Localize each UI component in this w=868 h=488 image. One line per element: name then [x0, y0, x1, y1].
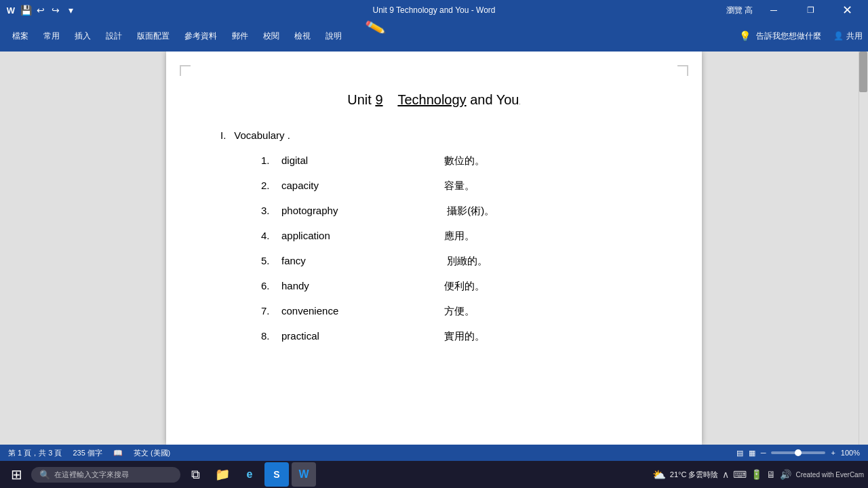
view-web-icon[interactable]: ▦ — [749, 449, 755, 458]
keyboard-icon[interactable]: ⌨ — [733, 469, 747, 480]
weather-temp: 21°C 多雲時陰 — [670, 470, 719, 480]
vocabulary-list: 1. digital 數位的。 2. capacity 容量。 3. photo… — [261, 155, 648, 343]
corner-top-left — [180, 65, 191, 76]
vocab-num-8: 8. — [261, 330, 281, 342]
evercam-label: Created with EverCam — [795, 471, 864, 479]
taskbar: ⊞ 🔍 在這裡輸入文字來搜尋 ⧉ 📁 e S W ⛅ 21°C 多雲時陰 ∧ ⌨… — [0, 461, 868, 488]
chevron-icon[interactable]: ∧ — [722, 469, 729, 480]
app-button[interactable]: S — [264, 462, 289, 487]
taskbar-search-box[interactable]: 🔍 在這裡輸入文字來搜尋 — [31, 467, 180, 483]
title-unit: Unit — [347, 92, 375, 107]
redo-icon[interactable]: ↪ — [50, 5, 61, 16]
title-bar-left: W 💾 ↩ ↪ ▾ — [5, 5, 76, 16]
ribbon-search-label[interactable]: 告訴我您想做什麼 — [756, 30, 821, 42]
vocab-item-4: 4. application 應用。 — [261, 230, 648, 243]
close-button[interactable]: ✕ — [831, 0, 863, 20]
zoom-plus-btn[interactable]: + — [831, 449, 835, 457]
speaker-icon[interactable]: 🔊 — [780, 469, 791, 480]
language-label[interactable]: 英文 (美國) — [134, 448, 170, 458]
section-header-row: I. Vocabulary . — [220, 129, 648, 141]
tab-review[interactable]: 校閱 — [256, 20, 286, 52]
tab-design[interactable]: 設計 — [99, 20, 129, 52]
vocab-item-8: 8. practical 實用的。 — [261, 330, 648, 343]
share-icon: 👤 — [833, 31, 844, 41]
system-tray: ∧ ⌨ 🔋 🖥 🔊 — [722, 469, 791, 480]
save-icon[interactable]: 💾 — [20, 5, 31, 16]
tab-insert[interactable]: 插入 — [68, 20, 98, 52]
word-button[interactable]: W — [292, 462, 316, 487]
start-button[interactable]: ⊞ — [4, 462, 28, 487]
vocab-num-4: 4. — [261, 230, 281, 241]
share-button[interactable]: 👤 共用 — [833, 30, 863, 42]
title-technology: Technology — [397, 92, 466, 107]
vocab-en-3: photography — [281, 205, 444, 216]
vocab-zh-5: 別緻的。 — [444, 255, 488, 268]
vocab-en-5: fancy — [281, 255, 444, 266]
title-number: 9 — [375, 92, 382, 107]
vocab-num-1: 1. — [261, 155, 281, 166]
document-title: Unit 9 Technology and You. — [220, 92, 648, 108]
undo-icon[interactable]: ↩ — [35, 5, 46, 16]
zoom-minus-btn[interactable]: ─ — [761, 449, 766, 457]
vocab-en-6: handy — [281, 280, 444, 291]
zoom-slider[interactable] — [771, 451, 825, 454]
vertical-scrollbar[interactable]: ▲ — [859, 52, 868, 445]
edge-button[interactable]: e — [237, 462, 262, 487]
share-label: 共用 — [846, 30, 863, 42]
battery-icon[interactable]: 🔋 — [751, 469, 762, 480]
tab-view[interactable]: 檢視 — [288, 20, 317, 52]
section-title: Vocabulary . — [234, 129, 290, 141]
vocab-item-5: 5. fancy 別緻的。 — [261, 255, 648, 268]
title-bar: W 💾 ↩ ↪ ▾ Unit 9 Technology and You - Wo… — [0, 0, 868, 20]
vocab-en-2: capacity — [281, 180, 444, 191]
status-right: ▤ ▦ ─ + 100% — [736, 449, 860, 458]
view-print-icon[interactable]: ▤ — [736, 449, 743, 458]
taskbar-search-label: 在這裡輸入文字來搜尋 — [54, 470, 129, 480]
file-explorer-button[interactable]: 📁 — [210, 462, 235, 487]
user-label: 瀏覽 高 — [726, 5, 753, 16]
status-bar: 第 1 頁，共 3 頁 235 個字 📖 英文 (美國) ▤ ▦ ─ + 100… — [0, 445, 868, 461]
display-icon[interactable]: 🖥 — [766, 469, 776, 480]
vocab-item-6: 6. handy 便利的。 — [261, 280, 648, 293]
minimize-button[interactable]: ─ — [758, 0, 789, 20]
vocab-item-7: 7. convenience 方便。 — [261, 305, 648, 318]
vocab-item-3: 3. photography 攝影(術)。 — [261, 205, 648, 218]
scroll-thumb[interactable] — [859, 52, 867, 92]
vocab-num-6: 6. — [261, 280, 281, 291]
task-view-button[interactable]: ⧉ — [183, 462, 208, 487]
ribbon: 檔案 常用 插入 設計 版面配置 參考資料 郵件 校閱 檢視 說明 💡 告訴我您… — [0, 20, 868, 52]
vocab-zh-6: 便利的。 — [444, 280, 485, 293]
taskbar-right: ⛅ 21°C 多雲時陰 ∧ ⌨ 🔋 🖥 🔊 Created with EverC… — [652, 468, 864, 481]
vocab-zh-3: 攝影(術)。 — [444, 205, 494, 218]
vocab-zh-7: 方便。 — [444, 305, 475, 318]
window-title: Unit 9 Technology and You - Word — [372, 5, 495, 15]
dict-icon[interactable]: 📖 — [113, 449, 123, 458]
vocab-zh-8: 實用的。 — [444, 330, 485, 343]
vocab-en-4: application — [281, 230, 444, 241]
vocab-en-1: digital — [281, 155, 444, 166]
zoom-level: 100% — [841, 449, 860, 457]
document-area: Unit 9 Technology and You. I. Vocabulary… — [0, 52, 868, 445]
vocab-item-2: 2. capacity 容量。 — [261, 180, 648, 192]
page-info: 第 1 頁，共 3 頁 — [8, 448, 62, 458]
restore-button[interactable]: ❐ — [795, 0, 826, 20]
word-logo-icon: W — [5, 5, 16, 16]
vocab-en-8: practical — [281, 330, 444, 342]
corner-top-right — [677, 65, 688, 76]
tab-references[interactable]: 參考資料 — [178, 20, 224, 52]
tab-file[interactable]: 檔案 — [5, 20, 35, 52]
tab-home[interactable]: 常用 — [37, 20, 66, 52]
lightbulb-icon: 💡 — [739, 30, 751, 41]
title-dot: . — [519, 100, 520, 106]
vocab-num-2: 2. — [261, 180, 281, 191]
section-number: I. — [220, 129, 226, 141]
document-page: Unit 9 Technology and You. I. Vocabulary… — [166, 52, 702, 445]
tab-mail[interactable]: 郵件 — [225, 20, 255, 52]
tab-help[interactable]: 說明 — [319, 20, 349, 52]
weather-icon: ⛅ — [652, 468, 666, 481]
tab-layout[interactable]: 版面配置 — [130, 20, 176, 52]
customize-icon[interactable]: ▾ — [65, 5, 76, 16]
vocab-item-1: 1. digital 數位的。 — [261, 155, 648, 167]
vocab-en-7: convenience — [281, 305, 444, 317]
ribbon-search-area: 💡 告訴我您想做什麼 — [739, 30, 821, 42]
